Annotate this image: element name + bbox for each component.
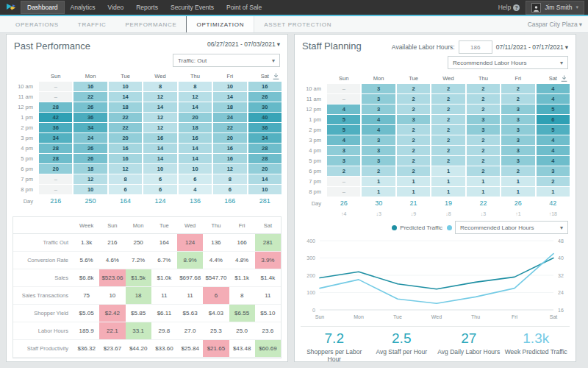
top-nav-security-events[interactable]: Security Events — [165, 1, 220, 13]
heatmap-cell: 12 — [179, 92, 212, 102]
table-cell: 75 — [74, 287, 99, 305]
heatmap-cell: 14 — [179, 102, 212, 112]
heatmap-cell: – — [327, 187, 360, 197]
app-logo-icon — [4, 1, 18, 13]
legend-series-select[interactable]: Recommended Labor Hours — [455, 221, 568, 234]
heatmap-day-header: Wed — [143, 71, 176, 81]
heatmap-cell: 20 — [213, 133, 246, 143]
table-cell: 6.7% — [151, 252, 177, 269]
top-nav-analytics[interactable]: Analytics — [65, 1, 101, 13]
heatmap-cell: 36 — [74, 113, 107, 122]
heatmap-day-delta: ↓8 — [431, 210, 465, 218]
legend-label: Predicted Traffic — [400, 224, 442, 231]
available-labor-hours-input[interactable] — [459, 40, 492, 54]
heatmap-hour-label: 2 pm — [12, 123, 37, 132]
table-cell: 18 — [126, 287, 151, 305]
heatmap-cell: 2 — [467, 94, 500, 104]
heatmap-cell: 5 — [537, 125, 570, 135]
table-cell: $23.67 — [99, 340, 125, 358]
table-header: Fri — [229, 217, 255, 234]
top-nav-dashboard[interactable]: Dashboard — [21, 1, 64, 13]
heatmap-cell: 3 — [501, 105, 534, 114]
staff-planning-panel: Staff Planning Available Labor Hours: 07… — [294, 34, 576, 362]
table-cell: $6.11 — [151, 305, 177, 322]
svg-text:Tue: Tue — [393, 314, 402, 319]
performance-table: WeekSunMonTueWedThuFriSatTraffic Out1.3k… — [12, 216, 282, 358]
tab-asset-protection[interactable]: ASSET PROTECTION — [254, 16, 341, 32]
heatmap-cell: 10 — [179, 164, 212, 174]
table-cell: $1.1k — [229, 269, 255, 287]
svg-text:48: 48 — [558, 238, 564, 244]
heatmap-cell: 22 — [109, 123, 142, 132]
svg-text:24: 24 — [558, 290, 564, 295]
past-performance-date-range[interactable]: 06/27/2021 - 07/03/2021 — [207, 40, 280, 48]
top-nav-video[interactable]: Video — [102, 1, 130, 13]
heatmap-hour-label: 11 am — [12, 92, 37, 102]
chart-legend: Predicted Traffic Recommended Labor Hour… — [295, 218, 576, 235]
heatmap-cell: 6 — [109, 185, 142, 194]
table-cell: 29.8 — [151, 322, 177, 340]
tab-operations[interactable]: OPERATIONS — [6, 16, 68, 32]
tab-traffic[interactable]: TRAFFIC — [68, 16, 116, 32]
heatmap-hour-label: 1 pm — [12, 113, 37, 122]
heatmap-day-header: Fri — [501, 74, 534, 83]
table-cell: 8.9% — [177, 252, 203, 269]
chevron-down-icon — [560, 224, 563, 231]
heatmap-cell: 28 — [248, 154, 282, 163]
user-menu[interactable]: Jim Smith — [526, 1, 584, 14]
heatmap-cell: – — [327, 84, 360, 93]
heatmap-cell: 4 — [537, 146, 570, 155]
heatmap-hour-label: 1 pm — [301, 115, 326, 124]
table-cell: 8 — [229, 287, 255, 305]
top-nav-reports[interactable]: Reports — [130, 1, 164, 13]
heatmap-delta-spacer — [301, 210, 326, 218]
tab-optimization[interactable]: OPTIMIZATION — [186, 16, 254, 32]
top-nav-point-of-sale[interactable]: Point of Sale — [220, 1, 268, 13]
kpi-week-predicted-traffic: 1.3kWeek Predicted Traffic — [503, 330, 570, 363]
heatmap-cell: 3 — [362, 105, 395, 114]
svg-text:Fri: Fri — [512, 314, 518, 319]
past-performance-heatmap: SunMonTueWedThuFriSat10 am–161088101611 … — [12, 71, 282, 208]
help-button[interactable]: Help ? — [498, 4, 520, 11]
table-cell: $25.84 — [177, 340, 203, 358]
table-cell: $547.70 — [203, 269, 229, 287]
heatmap-hour-label: 6 pm — [301, 166, 326, 176]
heatmap-cell: 34 — [39, 133, 72, 143]
table-cell: $2.42 — [99, 305, 125, 322]
download-icon[interactable] — [270, 71, 281, 80]
past-performance-panel: Past Performance 06/27/2021 - 07/03/2021… — [6, 34, 288, 362]
staff-planning-date-range[interactable]: 07/11/2021 - 07/17/2021 — [496, 43, 568, 51]
heatmap-cell: 12 — [143, 113, 176, 122]
heatmap-cell: 3 — [501, 146, 534, 155]
heatmap-cell: 2 — [467, 135, 500, 145]
heatmap-day-label: Day — [12, 195, 37, 208]
heatmap-cell: 20 — [248, 164, 282, 174]
svg-text:Mon: Mon — [354, 314, 364, 319]
table-cell: $5.63 — [177, 305, 203, 322]
tab-performance[interactable]: PERFORMANCE — [116, 16, 187, 32]
heatmap-cell: 8 — [179, 82, 212, 91]
kpi-value: 2.5 — [368, 330, 436, 347]
heatmap-cell: 2 — [467, 146, 500, 155]
location-name: Caspar City Plaza — [528, 21, 578, 28]
heatmap-cell: 3 — [467, 115, 500, 124]
planning-metric-select[interactable]: Recommended Labor Hours — [448, 56, 568, 69]
heatmap-cell: 20 — [39, 164, 72, 174]
svg-text:100: 100 — [306, 290, 315, 295]
top-nav: DashboardAnalyticsVideoReportsSecurity E… — [0, 0, 588, 15]
table-cell: 4.6% — [99, 252, 125, 269]
heatmap-hour-label: 2 pm — [301, 125, 326, 135]
heatmap-cell: 5 — [327, 115, 360, 124]
heatmap-cell: 2 — [431, 94, 465, 104]
heatmap-cell: 6 — [537, 115, 570, 124]
download-icon[interactable] — [559, 74, 569, 82]
metric-select[interactable]: Traffic: Out — [173, 54, 280, 67]
heatmap-hour-label: 5 pm — [301, 156, 326, 166]
kpi-value: 1.3k — [503, 330, 570, 347]
heatmap-cell: 10 — [143, 164, 176, 174]
location-selector[interactable]: Caspar City Plaza — [528, 16, 582, 32]
date-range-text: 06/27/2021 - 07/03/2021 — [207, 40, 276, 48]
heatmap-cell: 28 — [39, 144, 72, 153]
heatmap-cell: 14 — [179, 144, 212, 153]
heatmap-cell: – — [39, 174, 72, 184]
